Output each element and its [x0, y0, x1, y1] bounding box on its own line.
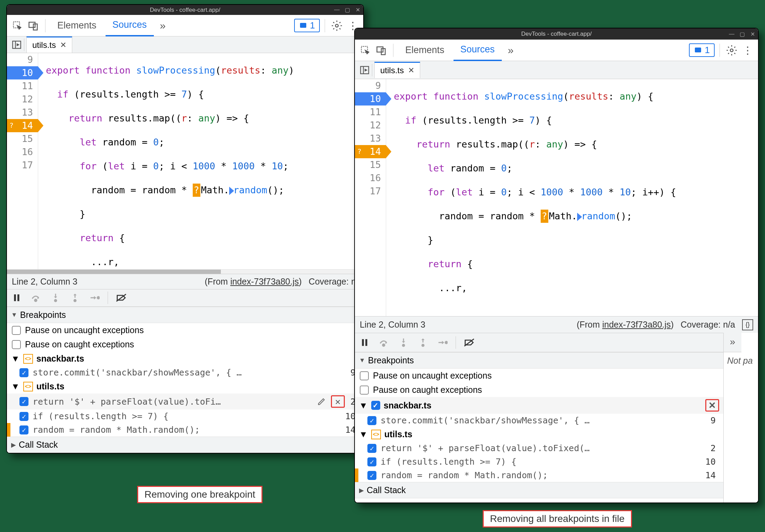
collapse-icon: ▼ [359, 429, 368, 439]
maximize-icon[interactable]: ▢ [739, 31, 745, 37]
close-tab-icon[interactable]: ✕ [408, 66, 414, 75]
pause-uncaught-row[interactable]: Pause on uncaught exceptions [355, 369, 723, 383]
checkbox-checked[interactable]: ✓ [371, 401, 380, 410]
cursor-position: Line 2, Column 3 [360, 320, 425, 330]
breakpoint-file-group-utils[interactable]: ▼ <> utils.ts [7, 379, 363, 394]
breakpoint-row[interactable]: ✓ store.commit('snackbar/showMessage', {… [7, 366, 363, 379]
main-toolbar: Elements Sources » 1 ⋮ [355, 40, 758, 61]
navigator-toggle-icon[interactable] [357, 64, 372, 76]
gutter-breakpoint-10[interactable]: 10 [7, 66, 38, 79]
svg-rect-24 [362, 339, 364, 346]
checkbox-unchecked[interactable] [360, 371, 369, 380]
close-window-icon[interactable]: ✕ [750, 31, 755, 37]
step-over-icon[interactable] [378, 336, 390, 349]
checkbox-checked[interactable]: ✓ [367, 457, 376, 466]
minimize-icon[interactable]: — [729, 31, 734, 37]
checkbox-checked[interactable]: ✓ [19, 368, 28, 377]
deactivate-breakpoints-icon[interactable] [115, 292, 127, 304]
editor-statusbar: Line 2, Column 3 (From index-73f73a80.js… [355, 316, 758, 333]
remove-file-breakpoints-icon[interactable]: ✕ [707, 400, 717, 411]
pretty-print-icon[interactable]: {} [742, 319, 753, 330]
more-tabs-icon[interactable]: » [156, 19, 170, 33]
debugger-toolbar [7, 289, 363, 307]
tab-sources[interactable]: Sources [106, 15, 154, 36]
code-editor[interactable]: 9 10 11 12 13 ?14 15 16 17 export functi… [355, 79, 758, 316]
step-over-icon[interactable] [30, 292, 42, 304]
svg-rect-8 [17, 295, 19, 302]
checkbox-checked[interactable]: ✓ [367, 444, 376, 453]
tab-sources[interactable]: Sources [454, 39, 502, 61]
remove-breakpoint-icon[interactable]: ✕ [333, 396, 343, 407]
breakpoint-row[interactable]: ✓ return '$' + parseFloat(value).toFixed… [355, 441, 723, 455]
deactivate-breakpoints-icon[interactable] [463, 336, 475, 349]
breakpoint-file-group-snackbar[interactable]: ▼ <> snackbar.ts [7, 352, 363, 366]
checkbox-checked[interactable]: ✓ [367, 471, 376, 480]
file-tab-utils[interactable]: utils.ts ✕ [26, 36, 72, 53]
gutter-breakpoint-14[interactable]: ?14 [355, 145, 386, 158]
checkbox-checked[interactable]: ✓ [19, 397, 28, 406]
breakpoints-section-header[interactable]: ▼ Breakpoints [355, 352, 723, 369]
tab-elements[interactable]: Elements [398, 40, 451, 60]
step-icon[interactable] [88, 292, 101, 304]
step-into-icon[interactable] [49, 292, 62, 304]
pause-icon[interactable] [358, 336, 371, 349]
source-map-link[interactable]: index-73f73a80.js [230, 277, 299, 286]
breakpoint-row[interactable]: ✓ if (results.length >= 7) { 10 [7, 409, 363, 423]
inspect-element-icon[interactable] [358, 43, 372, 57]
code-editor[interactable]: 9 10 11 12 13 ?14 15 16 17 export functi… [7, 53, 363, 269]
minimize-icon[interactable]: — [334, 7, 340, 13]
right-side-panel: Not pa [723, 352, 758, 503]
checkbox-checked[interactable]: ✓ [19, 412, 28, 421]
pause-icon[interactable] [10, 292, 23, 304]
gutter-breakpoint-10[interactable]: 10 [355, 92, 386, 105]
breakpoint-row-hover[interactable]: ✓ return '$' + parseFloat(value).toFi… ✕… [7, 394, 363, 409]
step-into-icon[interactable] [397, 336, 410, 349]
navigator-toggle-icon[interactable] [9, 39, 24, 51]
ts-file-icon: <> [371, 430, 381, 439]
callstack-section-header[interactable]: ▶ Call Stack [355, 482, 723, 498]
source-map-link[interactable]: index-73f73a80.js [602, 320, 671, 329]
ts-file-icon: <> [23, 354, 33, 364]
kebab-menu-icon[interactable]: ⋮ [741, 43, 755, 57]
device-toolbar-icon[interactable] [374, 43, 388, 57]
step-icon[interactable] [436, 336, 449, 349]
more-tabs-icon[interactable]: » [504, 43, 518, 57]
pause-caught-row[interactable]: Pause on caught exceptions [355, 383, 723, 397]
breakpoint-row[interactable]: ✓ store.commit('snackbar/showMessage', {… [355, 414, 723, 427]
breakpoint-row[interactable]: ✓ random = random * Math.random(); 14 [355, 468, 723, 482]
breakpoint-row[interactable]: ✓ if (results.length >= 7) { 10 [355, 455, 723, 468]
breakpoint-row[interactable]: ✓ random = random * Math.random(); 14 [7, 423, 363, 437]
step-out-icon[interactable] [417, 336, 429, 349]
pause-caught-row[interactable]: Pause on caught exceptions [7, 337, 363, 352]
svg-point-9 [35, 299, 37, 302]
file-tab-utils[interactable]: utils.ts ✕ [374, 62, 420, 78]
device-toolbar-icon[interactable] [26, 19, 40, 33]
breakpoint-file-group-utils[interactable]: ▼ <> utils.ts [355, 427, 723, 441]
gutter-breakpoint-14[interactable]: ?14 [7, 119, 38, 132]
settings-gear-icon[interactable] [330, 19, 344, 33]
close-tab-icon[interactable]: ✕ [60, 41, 66, 50]
checkbox-unchecked[interactable] [12, 340, 21, 349]
svg-rect-20 [695, 48, 701, 52]
checkbox-checked[interactable]: ✓ [367, 416, 376, 425]
edit-breakpoint-icon[interactable] [316, 396, 327, 407]
breakpoints-section-header[interactable]: ▼ Breakpoints [7, 307, 363, 323]
issues-counter[interactable]: 1 [689, 43, 715, 57]
checkbox-unchecked[interactable] [12, 326, 21, 335]
checkbox-checked[interactable]: ✓ [19, 425, 28, 434]
step-out-icon[interactable] [69, 292, 81, 304]
more-panels-icon[interactable]: » [723, 333, 741, 352]
inline-bp-marker-icon [577, 213, 582, 221]
inspect-element-icon[interactable] [10, 19, 24, 33]
checkbox-unchecked[interactable] [360, 386, 369, 395]
breakpoint-file-group-snackbar-hover[interactable]: ▼ ✓ snackbar.ts ✕ [355, 397, 723, 414]
callstack-section-header[interactable]: ▶ Call Stack [7, 437, 363, 453]
horizontal-scrollbar[interactable] [7, 269, 363, 274]
pause-uncaught-row[interactable]: Pause on uncaught exceptions [7, 323, 363, 337]
file-tab-label: utils.ts [32, 40, 56, 50]
settings-gear-icon[interactable] [725, 43, 739, 57]
tab-elements[interactable]: Elements [50, 15, 103, 36]
close-window-icon[interactable]: ✕ [355, 7, 360, 13]
issues-counter[interactable]: 1 [294, 19, 320, 32]
maximize-icon[interactable]: ▢ [344, 7, 350, 13]
